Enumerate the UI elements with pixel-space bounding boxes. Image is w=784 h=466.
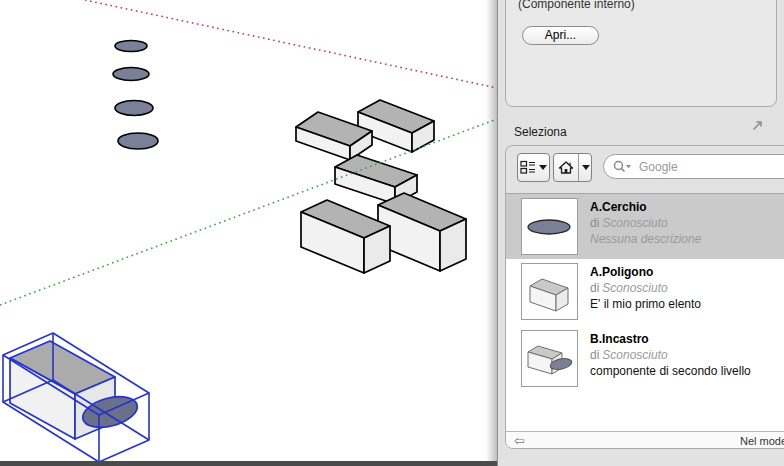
section-label-seleziona: Seleziona bbox=[514, 125, 567, 139]
viewport-canvas[interactable] bbox=[0, 0, 497, 466]
list-view-icon bbox=[520, 160, 536, 175]
component-title: A.Cerchio bbox=[590, 199, 701, 215]
component-thumbnail bbox=[521, 263, 578, 320]
list-item-poligono[interactable]: A.Poligono diSconosciuto E' il mio primo… bbox=[506, 259, 784, 326]
search-input[interactable] bbox=[637, 159, 781, 175]
select-section-box: A.Cerchio diSconosciuto Nessuna descrizi… bbox=[505, 145, 784, 449]
home-segmented-button bbox=[553, 153, 592, 182]
circle-component[interactable] bbox=[118, 133, 158, 149]
search-field[interactable] bbox=[603, 154, 784, 179]
home-icon bbox=[558, 160, 574, 175]
component-author: Sconosciuto bbox=[602, 281, 667, 295]
by-label: di bbox=[590, 216, 599, 230]
viewport-bottom-edge bbox=[0, 461, 497, 466]
home-button[interactable] bbox=[554, 154, 579, 181]
component-description: Nessuna descrizione bbox=[590, 231, 701, 247]
component-title: A.Poligono bbox=[590, 264, 701, 280]
collapse-panel-icon[interactable] bbox=[752, 117, 764, 129]
by-label: di bbox=[590, 348, 599, 362]
list-item-incastro[interactable]: B.Incastro diSconosciuto componente di s… bbox=[506, 326, 784, 393]
list-status-bar: ⇦ Nel modell bbox=[506, 431, 784, 449]
component-list: A.Cerchio diSconosciuto Nessuna descrizi… bbox=[506, 193, 784, 431]
back-arrow-icon[interactable]: ⇦ bbox=[514, 432, 525, 449]
panel-divider bbox=[486, 0, 498, 466]
component-info-label: (Componente interno) bbox=[518, 0, 635, 11]
caret-down-icon bbox=[582, 165, 590, 170]
caret-down-icon bbox=[539, 165, 547, 170]
component-author: Sconosciuto bbox=[602, 348, 667, 362]
component-info-box: (Componente interno) Apri... bbox=[505, 0, 777, 107]
list-item-cerchio[interactable]: A.Cerchio diSconosciuto Nessuna descrizi… bbox=[506, 194, 784, 259]
circle-components[interactable] bbox=[113, 41, 158, 150]
box-components[interactable] bbox=[296, 100, 466, 273]
in-model-label: Nel modell bbox=[740, 432, 784, 449]
circle-component[interactable] bbox=[115, 41, 147, 52]
selected-component[interactable] bbox=[3, 333, 149, 462]
component-thumbnail bbox=[521, 198, 578, 255]
component-description: componente di secondo livello bbox=[590, 363, 751, 379]
circle-component[interactable] bbox=[113, 68, 149, 81]
search-caret-icon bbox=[626, 165, 631, 168]
component-title: B.Incastro bbox=[590, 331, 751, 347]
by-label: di bbox=[590, 281, 599, 295]
components-panel: (Componente interno) Apri... Seleziona bbox=[498, 0, 784, 466]
sketchup-window: (Componente interno) Apri... Seleziona bbox=[0, 0, 784, 466]
box-component[interactable] bbox=[301, 200, 390, 273]
open-button[interactable]: Apri... bbox=[522, 26, 599, 45]
search-icon[interactable] bbox=[613, 160, 632, 174]
component-thumbnail bbox=[521, 330, 578, 387]
circle-component[interactable] bbox=[115, 101, 153, 116]
box-component[interactable] bbox=[378, 193, 466, 271]
3d-viewport[interactable] bbox=[0, 0, 497, 466]
component-author: Sconosciuto bbox=[602, 216, 667, 230]
view-options-button[interactable] bbox=[517, 153, 550, 182]
home-dropdown-button[interactable] bbox=[579, 154, 592, 181]
component-description: E' il mio primo elento bbox=[590, 296, 701, 312]
